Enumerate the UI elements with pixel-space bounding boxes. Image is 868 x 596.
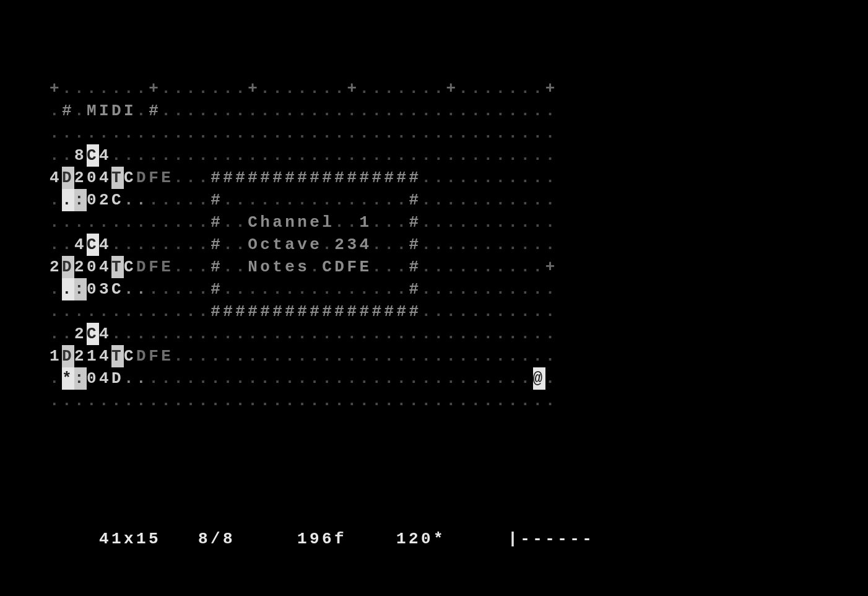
grid-dot[interactable]: . bbox=[421, 167, 433, 189]
grid-dot[interactable]: . bbox=[74, 122, 87, 144]
grid-dot[interactable]: . bbox=[186, 323, 198, 345]
grid-dot[interactable]: . bbox=[508, 345, 521, 367]
grid-dot[interactable]: . bbox=[433, 77, 446, 100]
grid-dot[interactable]: . bbox=[471, 77, 484, 100]
grid-cell[interactable]: F bbox=[149, 345, 161, 367]
grid-dot[interactable]: . bbox=[409, 367, 421, 390]
grid-dot[interactable]: . bbox=[433, 300, 446, 323]
grid-dot[interactable]: . bbox=[62, 144, 74, 167]
grid-dot[interactable]: . bbox=[235, 189, 248, 211]
grid-cell[interactable]: F bbox=[347, 256, 359, 278]
grid-dot[interactable]: . bbox=[248, 345, 260, 367]
grid-cell[interactable]: . bbox=[62, 278, 74, 300]
grid-dot[interactable]: . bbox=[99, 122, 111, 144]
grid-dot[interactable]: . bbox=[260, 323, 272, 345]
grid-cell[interactable]: # bbox=[210, 189, 223, 211]
grid-dot[interactable]: . bbox=[459, 300, 471, 323]
grid-cell[interactable]: + bbox=[446, 77, 459, 100]
grid-dot[interactable]: . bbox=[347, 390, 359, 412]
grid-dot[interactable]: . bbox=[322, 345, 334, 367]
grid-dot[interactable]: . bbox=[433, 122, 446, 144]
grid-dot[interactable]: . bbox=[533, 300, 545, 323]
grid-dot[interactable]: . bbox=[161, 189, 173, 211]
grid-dot[interactable]: . bbox=[471, 278, 484, 300]
grid-dot[interactable]: . bbox=[235, 323, 248, 345]
grid-dot[interactable]: . bbox=[446, 144, 459, 167]
grid-cell[interactable]: C bbox=[124, 345, 136, 367]
grid-dot[interactable]: . bbox=[533, 167, 545, 189]
grid-dot[interactable]: . bbox=[285, 390, 297, 412]
grid-dot[interactable]: . bbox=[396, 345, 409, 367]
grid-dot[interactable]: . bbox=[136, 323, 149, 345]
grid-dot[interactable]: . bbox=[384, 345, 396, 367]
grid-dot[interactable]: . bbox=[396, 390, 409, 412]
grid-cell[interactable]: 8 bbox=[74, 144, 87, 167]
grid-dot[interactable]: . bbox=[446, 256, 459, 278]
grid-dot[interactable]: . bbox=[50, 211, 62, 234]
grid-dot[interactable]: . bbox=[87, 77, 99, 100]
grid-cell[interactable]: c bbox=[260, 234, 272, 256]
grid-cell[interactable]: n bbox=[285, 211, 297, 234]
grid-cell[interactable]: . bbox=[136, 189, 149, 211]
grid-dot[interactable]: . bbox=[198, 367, 210, 390]
grid-dot[interactable]: . bbox=[471, 323, 484, 345]
grid-dot[interactable]: . bbox=[297, 278, 310, 300]
grid-dot[interactable]: . bbox=[297, 77, 310, 100]
grid-dot[interactable]: . bbox=[421, 77, 433, 100]
grid-dot[interactable]: . bbox=[62, 211, 74, 234]
grid-cell[interactable]: M bbox=[87, 100, 99, 122]
grid-dot[interactable]: . bbox=[198, 390, 210, 412]
grid-dot[interactable]: . bbox=[198, 167, 210, 189]
grid-cell[interactable]: D bbox=[136, 345, 149, 367]
grid-dot[interactable]: . bbox=[62, 234, 74, 256]
grid-cell[interactable]: + bbox=[248, 77, 260, 100]
grid-cell[interactable]: D bbox=[334, 256, 347, 278]
grid-dot[interactable]: . bbox=[149, 189, 161, 211]
grid-cell[interactable]: : bbox=[74, 278, 87, 300]
grid-dot[interactable]: . bbox=[334, 278, 347, 300]
grid-dot[interactable]: . bbox=[433, 144, 446, 167]
grid-dot[interactable]: . bbox=[433, 345, 446, 367]
grid-dot[interactable]: . bbox=[260, 367, 272, 390]
grid-dot[interactable]: . bbox=[50, 234, 62, 256]
grid-cell[interactable]: # bbox=[260, 300, 272, 323]
grid-dot[interactable]: . bbox=[124, 390, 136, 412]
grid-cell[interactable]: I bbox=[99, 100, 111, 122]
grid-dot[interactable]: . bbox=[161, 300, 173, 323]
grid-dot[interactable]: . bbox=[421, 100, 433, 122]
grid-dot[interactable]: . bbox=[248, 323, 260, 345]
grid-cell[interactable]: . bbox=[124, 189, 136, 211]
sequencer-grid[interactable]: +.......+.......+.......+.......+.......… bbox=[50, 77, 558, 412]
grid-dot[interactable]: . bbox=[235, 234, 248, 256]
grid-cell[interactable]: # bbox=[223, 167, 235, 189]
grid-dot[interactable]: . bbox=[136, 122, 149, 144]
grid-dot[interactable]: . bbox=[496, 189, 508, 211]
grid-dot[interactable]: . bbox=[484, 144, 496, 167]
grid-cell[interactable]: s bbox=[297, 256, 310, 278]
grid-cell[interactable]: C bbox=[124, 256, 136, 278]
grid-dot[interactable]: . bbox=[223, 100, 235, 122]
grid-dot[interactable]: . bbox=[260, 278, 272, 300]
grid-dot[interactable]: . bbox=[384, 122, 396, 144]
grid-dot[interactable]: . bbox=[310, 189, 322, 211]
grid-dot[interactable]: . bbox=[124, 300, 136, 323]
grid-dot[interactable]: . bbox=[173, 122, 186, 144]
grid-dot[interactable]: . bbox=[111, 234, 124, 256]
grid-dot[interactable]: . bbox=[508, 278, 521, 300]
grid-dot[interactable]: . bbox=[334, 77, 347, 100]
grid-cell[interactable]: D bbox=[111, 367, 124, 390]
grid-dot[interactable]: . bbox=[521, 77, 533, 100]
grid-dot[interactable]: . bbox=[223, 367, 235, 390]
grid-cell[interactable]: n bbox=[297, 211, 310, 234]
grid-dot[interactable]: . bbox=[496, 367, 508, 390]
grid-dot[interactable]: . bbox=[384, 390, 396, 412]
grid-dot[interactable]: . bbox=[248, 189, 260, 211]
grid-cell[interactable]: # bbox=[272, 167, 285, 189]
grid-dot[interactable]: . bbox=[136, 144, 149, 167]
grid-dot[interactable]: . bbox=[371, 323, 384, 345]
grid-cell[interactable]: # bbox=[347, 300, 359, 323]
grid-dot[interactable]: . bbox=[310, 345, 322, 367]
grid-dot[interactable]: . bbox=[136, 300, 149, 323]
grid-dot[interactable]: . bbox=[124, 211, 136, 234]
grid-dot[interactable]: . bbox=[198, 144, 210, 167]
